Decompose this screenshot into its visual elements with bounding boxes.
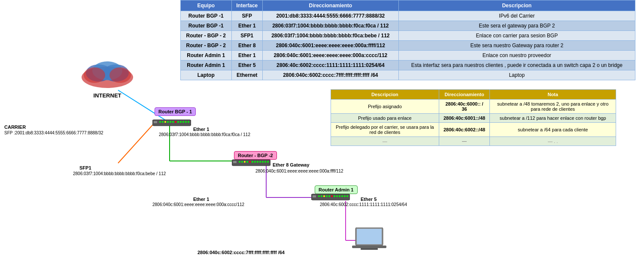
svg-rect-57 — [357, 229, 382, 244]
cell-interface-0: SFP — [231, 11, 263, 21]
svg-point-44 — [318, 195, 320, 197]
svg-point-27 — [188, 121, 189, 123]
cell-direccionamiento-3: 2806:040c:6001:eeee:eeee:eeee:000a:ffff/… — [263, 41, 399, 51]
router-bgp2-device — [232, 158, 270, 169]
cell-equipo-6: Laptop — [181, 70, 232, 80]
svg-point-22 — [175, 121, 176, 123]
sec-cell-descripcion-0: Prefijo asignado — [331, 100, 439, 114]
router-admin1-device — [311, 192, 350, 203]
router-bgp1-device — [152, 118, 191, 129]
table-row: Router BGP -1SFP2001:db8:3333:4444:5555:… — [181, 11, 635, 21]
svg-point-54 — [344, 195, 346, 197]
svg-point-41 — [267, 161, 269, 163]
svg-point-53 — [341, 195, 343, 197]
ether8-label: Ether 8 Gateway — [273, 162, 310, 167]
ether8-addr: 2806:040c:6001:eeee:eeee:eeee:000a:ffff/… — [255, 169, 343, 173]
svg-point-25 — [182, 121, 184, 123]
svg-point-26 — [185, 121, 187, 123]
cell-equipo-2: Router - BGP - 2 — [181, 31, 232, 41]
svg-point-21 — [172, 121, 174, 123]
sec-table-row: ——— . . — [331, 137, 616, 146]
cell-direccionamiento-5: 2806:40c:6002:cccc:1111:1111:1111:0254/6… — [263, 61, 399, 70]
svg-point-55 — [346, 195, 348, 197]
laptop-icon — [352, 228, 386, 255]
svg-point-40 — [264, 161, 266, 163]
carrier-sfp: SFP :2001:db8:3333:4444:5555:6666:7777:8… — [4, 130, 103, 135]
sec-col-nota: Nota — [490, 90, 616, 100]
laptop-device — [352, 228, 386, 257]
cloud-icon — [77, 56, 137, 90]
secondary-table-section: Descripcion Direccionamiento Nota Prefij… — [331, 89, 616, 146]
sec-col-descripcion: Descripcion — [331, 90, 439, 100]
svg-point-35 — [252, 161, 253, 163]
table-row: Router - BGP - 2Ether 82806:040c:6001:ee… — [181, 41, 635, 51]
cell-descripcion-4: Enlace con nuestro proveedor — [398, 51, 635, 61]
cell-descripcion-3: Este sera nuestro Gateway para router 2 — [398, 41, 635, 51]
ether1-admin1-addr: 2806:040c:6001:eeee:eeee:eeee:000a:cccc/… — [152, 202, 244, 207]
cell-descripcion-0: IPv6 del Carrier — [398, 11, 635, 21]
svg-point-19 — [167, 121, 169, 123]
svg-point-12 — [84, 67, 105, 83]
sec-cell-direccionamiento-0: 2806:40c:6000:: / 36 — [439, 100, 490, 114]
svg-point-46 — [323, 195, 325, 197]
svg-rect-29 — [233, 161, 237, 163]
svg-rect-28 — [232, 160, 270, 166]
svg-point-36 — [254, 161, 256, 163]
cell-direccionamiento-1: 2806:03f7:1004:bbbb:bbbb:bbbb:f0ca:f0ca … — [263, 21, 399, 31]
cell-interface-6: Ethernet — [231, 70, 263, 80]
router-bgp2-icon — [232, 158, 270, 167]
svg-point-16 — [159, 121, 161, 123]
cell-interface-3: Ether 8 — [231, 41, 263, 51]
ether1-bgp1-addr: 2806:03f7:1004:bbbb:bbbb:bbbb:f0ca:f0ca … — [159, 132, 250, 137]
ether1-admin1-label: Ether 1 — [193, 197, 209, 202]
svg-rect-42 — [311, 194, 350, 200]
svg-point-38 — [259, 161, 261, 163]
sec-cell-direccionamiento-2: 2806:40c:6002::/48 — [439, 123, 490, 137]
svg-point-18 — [164, 121, 166, 123]
sec-table-row: Prefijo delegado por el carrier, se usar… — [331, 123, 616, 137]
svg-point-48 — [328, 195, 330, 197]
svg-point-51 — [336, 195, 338, 197]
cell-equipo-5: Router Admin 1 — [181, 61, 232, 70]
svg-rect-43 — [313, 195, 316, 197]
svg-point-13 — [109, 67, 131, 83]
cell-direccionamiento-0: 2001:db8:3333:4444:5555:6666:7777:8888/3… — [263, 11, 399, 21]
sec-cell-direccionamiento-1: 2806:40c:6001::/48 — [439, 114, 490, 123]
cell-descripcion-2: Enlace con carrier para sesion BGP — [398, 31, 635, 41]
router-bgp1-icon — [152, 118, 191, 127]
sec-cell-descripcion-1: Prefijo usado para enlace — [331, 114, 439, 123]
svg-point-50 — [334, 195, 335, 197]
carrier-label: CARRIER — [4, 124, 26, 130]
svg-rect-59 — [361, 248, 378, 250]
router-bgp1-label: Router BGP - 1 — [155, 107, 196, 116]
table-row: Router BGP -1Ether 12806:03f7:1004:bbbb:… — [181, 21, 635, 31]
ether5-label: Ether 5 — [361, 197, 377, 202]
col-interface: Interface — [231, 0, 263, 11]
table-row: Router Admin 1Ether 52806:40c:6002:cccc:… — [181, 61, 635, 70]
svg-point-34 — [249, 161, 251, 163]
table-row: Router - BGP - 2SFP12806:03f7:1004:bbbb:… — [181, 31, 635, 41]
table-row: Router Admin 1Ether 12806:040c:6001:eeee… — [181, 51, 635, 61]
cell-interface-5: Ether 5 — [231, 61, 263, 70]
cell-interface-4: Ether 1 — [231, 51, 263, 61]
cell-descripcion-5: Esta interfaz sera para nuestros cliente… — [398, 61, 635, 70]
col-direccionamiento: Direccionamiento — [263, 0, 399, 11]
svg-point-37 — [257, 161, 258, 163]
sec-table-row: Prefijo asignado2806:40c:6000:: / 36subn… — [331, 100, 616, 114]
main-table-section: Equipo Interface Direccionamiento Descri… — [180, 0, 635, 80]
internet-label: INTERNET — [77, 92, 137, 99]
routing-table: Equipo Interface Direccionamiento Descri… — [180, 0, 635, 80]
ether5-addr: 2806:40c:6002:cccc:1111:1111:1111:0254/6… — [320, 202, 407, 207]
svg-point-20 — [170, 121, 171, 123]
cell-interface-2: SFP1 — [231, 31, 263, 41]
svg-point-47 — [326, 195, 328, 197]
sfp1-addr: 2806:03f7:1004:bbbb:bbbb:bbbb:f0ca:bebe … — [73, 171, 166, 176]
internet-cloud: INTERNET — [77, 56, 137, 99]
svg-point-30 — [239, 161, 240, 163]
svg-point-31 — [241, 161, 243, 163]
svg-point-52 — [339, 195, 340, 197]
sfp1-label: SFP1 — [79, 165, 91, 170]
cell-direccionamiento-2: 2806:03f7:1004:bbbb:bbbb:bbbb:f0ca:bebe … — [263, 31, 399, 41]
table-row: LaptopEthernet2806:040c:6002:cccc:7fff:f… — [181, 70, 635, 80]
prefix-table: Descripcion Direccionamiento Nota Prefij… — [331, 89, 616, 146]
